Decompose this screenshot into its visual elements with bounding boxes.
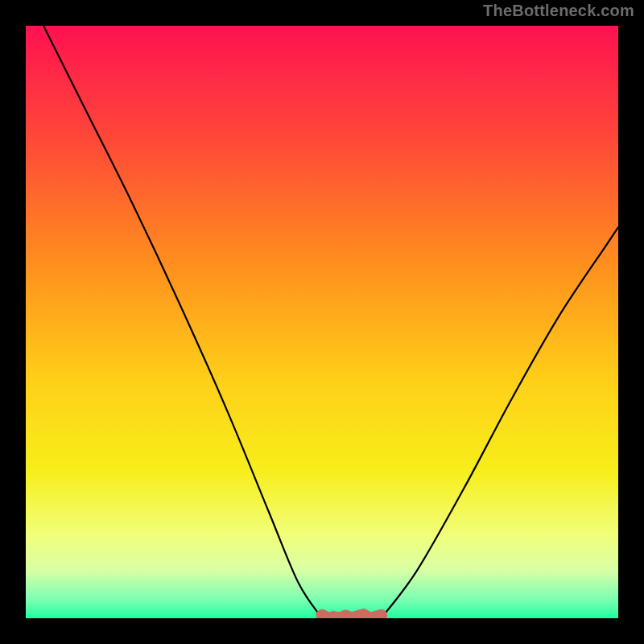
watermark-label: TheBottleneck.com [483, 2, 634, 20]
chart-frame: TheBottleneck.com [0, 0, 644, 644]
chart-background [26, 26, 618, 618]
plot-area [26, 26, 618, 618]
chart-svg [26, 26, 618, 618]
series-bottom-band [322, 615, 382, 618]
